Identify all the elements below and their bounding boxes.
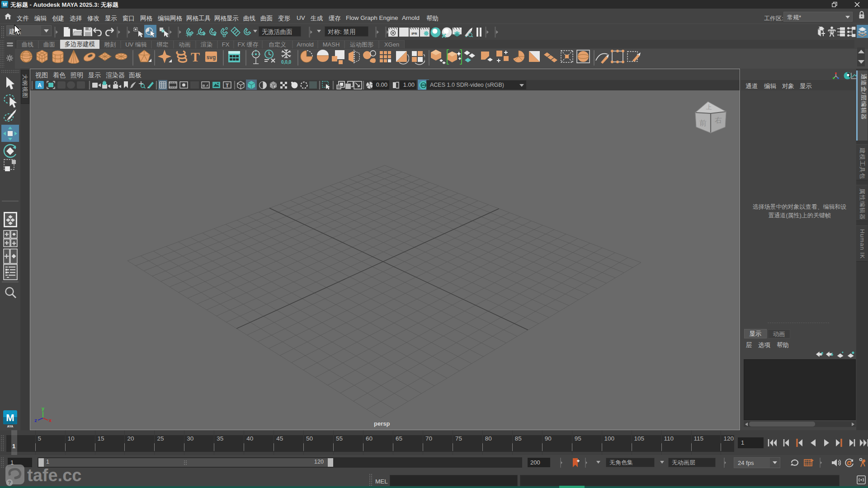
svg-text:右: 右 — [715, 116, 722, 124]
svg-text:?: ? — [8, 480, 11, 485]
svg-text:AYA: AYA — [7, 425, 14, 428]
svg-text:z: z — [34, 418, 37, 423]
svg-text:x: x — [49, 418, 52, 423]
svg-text:M: M — [3, 2, 7, 7]
svg-text:y: y — [42, 406, 45, 411]
svg-text:属性编辑器: 属性编辑器 — [859, 188, 866, 220]
svg-text:IPR: IPR — [411, 32, 417, 36]
svg-text:上: 上 — [706, 103, 712, 111]
svg-text:0,0,0: 0,0,0 — [281, 60, 292, 65]
svg-text:建模工具包: 建模工具包 — [859, 147, 866, 179]
svg-text:T: T — [226, 83, 229, 88]
svg-text:前: 前 — [699, 119, 707, 127]
svg-text:T: T — [191, 49, 200, 64]
svg-text:svg: svg — [207, 54, 216, 61]
svg-text:M: M — [6, 412, 14, 423]
svg-text:通道盒/层编辑器: 通道盒/层编辑器 — [860, 74, 867, 120]
svg-text:大纲视图: 大纲视图 — [22, 74, 28, 99]
svg-text:Human IK: Human IK — [859, 229, 866, 259]
svg-text:A: A — [38, 82, 42, 89]
